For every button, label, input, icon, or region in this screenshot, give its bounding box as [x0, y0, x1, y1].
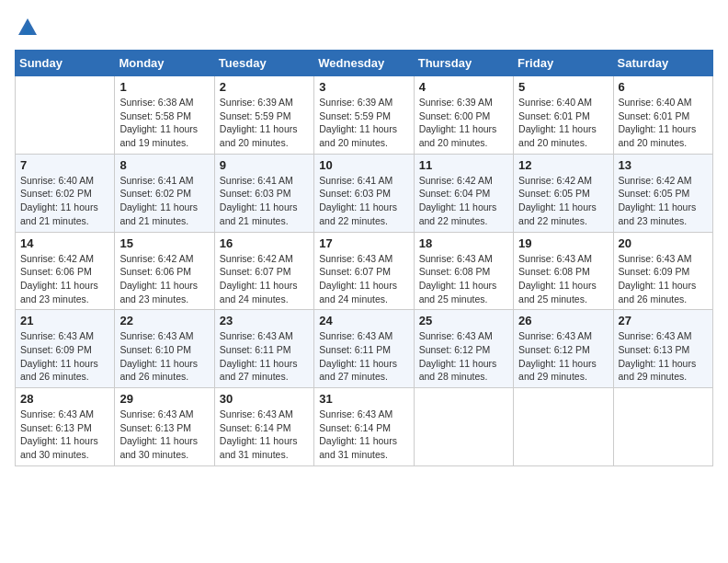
calendar-cell: 24Sunrise: 6:43 AM Sunset: 6:11 PM Dayli… [314, 310, 414, 388]
calendar-cell: 5Sunrise: 6:40 AM Sunset: 6:01 PM Daylig… [514, 76, 613, 155]
day-info: Sunrise: 6:43 AM Sunset: 6:08 PM Dayligh… [518, 252, 608, 306]
day-info: Sunrise: 6:40 AM Sunset: 6:01 PM Dayligh… [518, 96, 608, 150]
calendar-cell [16, 76, 115, 155]
calendar-body: 1Sunrise: 6:38 AM Sunset: 5:58 PM Daylig… [16, 76, 713, 466]
calendar-cell: 25Sunrise: 6:43 AM Sunset: 6:12 PM Dayli… [414, 310, 513, 388]
day-info: Sunrise: 6:41 AM Sunset: 6:03 PM Dayligh… [319, 174, 408, 228]
day-number: 20 [619, 236, 708, 250]
calendar-cell: 6Sunrise: 6:40 AM Sunset: 6:01 PM Daylig… [613, 76, 712, 155]
header-thursday: Thursday [414, 51, 513, 76]
day-info: Sunrise: 6:43 AM Sunset: 6:13 PM Dayligh… [619, 329, 708, 384]
calendar-cell: 21Sunrise: 6:43 AM Sunset: 6:09 PM Dayli… [16, 310, 115, 388]
logo-icon [15, 15, 40, 40]
header-row: SundayMondayTuesdayWednesdayThursdayFrid… [16, 51, 713, 76]
calendar-cell [613, 388, 712, 466]
calendar-cell: 26Sunrise: 6:43 AM Sunset: 6:12 PM Dayli… [514, 310, 613, 388]
day-number: 18 [419, 236, 508, 250]
calendar-cell: 11Sunrise: 6:42 AM Sunset: 6:04 PM Dayli… [414, 154, 513, 232]
calendar-cell: 7Sunrise: 6:40 AM Sunset: 6:02 PM Daylig… [16, 154, 115, 232]
day-number: 2 [220, 80, 309, 94]
calendar-cell: 13Sunrise: 6:42 AM Sunset: 6:05 PM Dayli… [613, 154, 712, 232]
day-info: Sunrise: 6:39 AM Sunset: 5:59 PM Dayligh… [319, 96, 408, 150]
calendar-cell: 10Sunrise: 6:41 AM Sunset: 6:03 PM Dayli… [314, 154, 414, 232]
day-info: Sunrise: 6:40 AM Sunset: 6:01 PM Dayligh… [619, 96, 708, 150]
header-sunday: Sunday [16, 51, 115, 76]
day-info: Sunrise: 6:41 AM Sunset: 6:02 PM Dayligh… [119, 174, 209, 228]
day-info: Sunrise: 6:43 AM Sunset: 6:14 PM Dayligh… [319, 408, 408, 462]
day-info: Sunrise: 6:42 AM Sunset: 6:05 PM Dayligh… [619, 174, 708, 228]
calendar-cell: 9Sunrise: 6:41 AM Sunset: 6:03 PM Daylig… [214, 154, 313, 232]
week-row-1: 1Sunrise: 6:38 AM Sunset: 5:58 PM Daylig… [16, 76, 713, 155]
day-number: 26 [518, 314, 608, 327]
calendar-cell: 16Sunrise: 6:42 AM Sunset: 6:07 PM Dayli… [214, 232, 313, 310]
calendar-cell: 8Sunrise: 6:41 AM Sunset: 6:02 PM Daylig… [115, 154, 214, 232]
week-row-4: 21Sunrise: 6:43 AM Sunset: 6:09 PM Dayli… [16, 310, 713, 388]
calendar-cell: 30Sunrise: 6:43 AM Sunset: 6:14 PM Dayli… [214, 388, 313, 466]
day-info: Sunrise: 6:41 AM Sunset: 6:03 PM Dayligh… [220, 174, 309, 228]
day-info: Sunrise: 6:38 AM Sunset: 5:58 PM Dayligh… [119, 96, 209, 150]
calendar-cell: 28Sunrise: 6:43 AM Sunset: 6:13 PM Dayli… [16, 388, 115, 466]
calendar-cell: 29Sunrise: 6:43 AM Sunset: 6:13 PM Dayli… [115, 388, 214, 466]
day-number: 30 [220, 392, 309, 406]
header-wednesday: Wednesday [314, 51, 414, 76]
calendar-cell [414, 388, 513, 466]
day-number: 23 [220, 314, 309, 327]
calendar-cell: 22Sunrise: 6:43 AM Sunset: 6:10 PM Dayli… [115, 310, 214, 388]
day-number: 21 [20, 314, 109, 327]
day-number: 13 [619, 158, 708, 172]
calendar-cell [514, 388, 613, 466]
day-number: 3 [319, 80, 408, 94]
day-info: Sunrise: 6:39 AM Sunset: 5:59 PM Dayligh… [220, 96, 309, 150]
day-number: 10 [319, 158, 408, 172]
calendar-table: SundayMondayTuesdayWednesdayThursdayFrid… [15, 50, 713, 466]
day-number: 25 [419, 314, 508, 327]
calendar-cell: 15Sunrise: 6:42 AM Sunset: 6:06 PM Dayli… [115, 232, 214, 310]
calendar-cell: 14Sunrise: 6:42 AM Sunset: 6:06 PM Dayli… [16, 232, 115, 310]
day-number: 12 [518, 158, 608, 172]
day-number: 29 [119, 392, 209, 406]
day-info: Sunrise: 6:43 AM Sunset: 6:11 PM Dayligh… [220, 329, 309, 384]
day-number: 1 [119, 80, 209, 94]
calendar-cell: 3Sunrise: 6:39 AM Sunset: 5:59 PM Daylig… [314, 76, 414, 155]
day-info: Sunrise: 6:43 AM Sunset: 6:12 PM Dayligh… [518, 329, 608, 384]
header-tuesday: Tuesday [214, 51, 313, 76]
week-row-5: 28Sunrise: 6:43 AM Sunset: 6:13 PM Dayli… [16, 388, 713, 466]
calendar-cell: 23Sunrise: 6:43 AM Sunset: 6:11 PM Dayli… [214, 310, 313, 388]
day-number: 17 [319, 236, 408, 250]
day-number: 22 [119, 314, 209, 327]
day-number: 16 [220, 236, 309, 250]
calendar-header: SundayMondayTuesdayWednesdayThursdayFrid… [16, 51, 713, 76]
day-number: 19 [518, 236, 608, 250]
calendar-cell: 4Sunrise: 6:39 AM Sunset: 6:00 PM Daylig… [414, 76, 513, 155]
calendar-cell: 1Sunrise: 6:38 AM Sunset: 5:58 PM Daylig… [115, 76, 214, 155]
day-info: Sunrise: 6:43 AM Sunset: 6:09 PM Dayligh… [619, 252, 708, 306]
calendar-cell: 12Sunrise: 6:42 AM Sunset: 6:05 PM Dayli… [514, 154, 613, 232]
day-info: Sunrise: 6:43 AM Sunset: 6:11 PM Dayligh… [319, 329, 408, 384]
header-friday: Friday [514, 51, 613, 76]
calendar-cell: 27Sunrise: 6:43 AM Sunset: 6:13 PM Dayli… [613, 310, 712, 388]
day-number: 27 [619, 314, 708, 327]
day-number: 9 [220, 158, 309, 172]
week-row-3: 14Sunrise: 6:42 AM Sunset: 6:06 PM Dayli… [16, 232, 713, 310]
day-info: Sunrise: 6:42 AM Sunset: 6:06 PM Dayligh… [20, 252, 109, 306]
day-number: 7 [20, 158, 109, 172]
day-number: 24 [319, 314, 408, 327]
day-info: Sunrise: 6:43 AM Sunset: 6:08 PM Dayligh… [419, 252, 508, 306]
day-info: Sunrise: 6:42 AM Sunset: 6:05 PM Dayligh… [518, 174, 608, 228]
day-number: 5 [518, 80, 608, 94]
page-header [15, 15, 713, 40]
day-number: 6 [619, 80, 708, 94]
day-info: Sunrise: 6:43 AM Sunset: 6:09 PM Dayligh… [20, 329, 109, 384]
logo [15, 15, 44, 40]
day-info: Sunrise: 6:43 AM Sunset: 6:14 PM Dayligh… [220, 408, 309, 462]
day-number: 14 [20, 236, 109, 250]
calendar-cell: 18Sunrise: 6:43 AM Sunset: 6:08 PM Dayli… [414, 232, 513, 310]
day-info: Sunrise: 6:42 AM Sunset: 6:06 PM Dayligh… [119, 252, 209, 306]
calendar-cell: 31Sunrise: 6:43 AM Sunset: 6:14 PM Dayli… [314, 388, 414, 466]
day-info: Sunrise: 6:43 AM Sunset: 6:10 PM Dayligh… [119, 329, 209, 384]
day-info: Sunrise: 6:43 AM Sunset: 6:12 PM Dayligh… [419, 329, 508, 384]
day-info: Sunrise: 6:39 AM Sunset: 6:00 PM Dayligh… [419, 96, 508, 150]
header-monday: Monday [115, 51, 214, 76]
week-row-2: 7Sunrise: 6:40 AM Sunset: 6:02 PM Daylig… [16, 154, 713, 232]
day-number: 11 [419, 158, 508, 172]
